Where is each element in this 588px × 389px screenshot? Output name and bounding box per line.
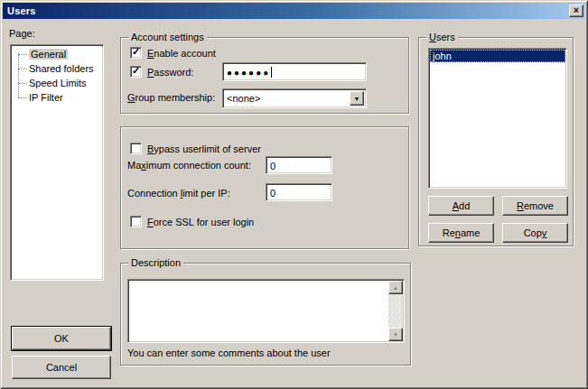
window-title: Users — [7, 5, 36, 16]
remove-button[interactable]: Remove — [502, 196, 568, 216]
cancel-button[interactable]: Cancel — [12, 356, 111, 379]
check-icon: ✓ — [132, 46, 140, 58]
max-connection-input[interactable]: 0 — [266, 156, 332, 174]
force-ssl-label: Force SSL for user login — [147, 217, 254, 228]
rename-button[interactable]: Rename — [428, 223, 494, 243]
max-connection-label: Maximum connection count: — [127, 160, 251, 171]
ip-limit-input[interactable]: 0 — [266, 183, 332, 201]
tree-item-ip-filter[interactable]: IP Filter — [11, 90, 103, 105]
group-membership-value: <none> — [227, 92, 260, 105]
scroll-up-button[interactable]: ▲ — [388, 281, 403, 294]
force-ssl-checkbox[interactable] — [130, 216, 142, 227]
close-button[interactable]: × — [569, 5, 583, 17]
group-limits: Bypass userlimit of server Maximum conne… — [120, 126, 409, 249]
users-dialog: Users × Page: General Shared folders Spe… — [0, 0, 588, 389]
enable-account-label: Enable account — [147, 48, 216, 60]
dropdown-button[interactable]: ▼ — [350, 91, 364, 106]
scroll-down-button[interactable]: ▼ — [388, 328, 403, 341]
group-description-title: Description — [128, 257, 183, 269]
password-checkbox[interactable]: ✓ — [130, 66, 142, 78]
chevron-down-icon: ▼ — [354, 96, 360, 102]
group-membership-select[interactable]: <none> ▼ — [222, 88, 367, 108]
add-button[interactable]: Add — [428, 196, 494, 216]
description-textarea[interactable]: ▲ ▼ — [127, 279, 405, 343]
copy-button[interactable]: Copy — [502, 223, 568, 243]
ip-limit-label: Connection limit per IP: — [127, 188, 230, 199]
enable-account-checkbox[interactable]: ✓ — [130, 47, 142, 59]
title-bar: Users × — [3, 3, 585, 19]
password-masked-value: ●●●●●● — [227, 67, 272, 79]
up-arrow-icon: ▲ — [393, 285, 398, 291]
scrollbar-track[interactable] — [388, 294, 403, 328]
tree-item-general[interactable]: General — [11, 47, 103, 61]
group-account-settings-title: Account settings — [128, 32, 207, 43]
text-cursor — [271, 67, 272, 78]
user-item[interactable]: john — [430, 50, 565, 62]
close-icon: × — [574, 6, 579, 15]
bypass-userlimit-label: Bypass userlimit of server — [147, 144, 261, 155]
password-input[interactable]: ●●●●●● — [222, 62, 367, 81]
group-description: Description ▲ ▼ You can enter some comme… — [120, 263, 411, 366]
users-listbox[interactable]: john — [428, 48, 567, 189]
ok-button[interactable]: OK — [12, 327, 111, 350]
page-label: Page: — [9, 28, 35, 40]
description-hint: You can enter some comments about the us… — [127, 347, 331, 358]
group-account-settings: Account settings ✓ Enable account ✓ Pass… — [120, 37, 409, 114]
scrollbar[interactable]: ▲ ▼ — [388, 281, 403, 341]
page-tree[interactable]: General Shared folders Speed Limits IP F… — [10, 44, 104, 281]
group-membership-label: Group membership: — [127, 92, 215, 104]
check-icon: ✓ — [132, 65, 140, 77]
tree-item-speed-limits[interactable]: Speed Limits — [11, 76, 103, 90]
password-label: Password: — [147, 67, 193, 79]
group-users: Users john Add Remove Rename Copy — [418, 37, 574, 246]
tree-item-shared-folders[interactable]: Shared folders — [11, 61, 103, 76]
bypass-userlimit-checkbox[interactable] — [130, 143, 142, 154]
down-arrow-icon: ▼ — [393, 332, 398, 338]
group-users-title: Users — [426, 32, 458, 43]
